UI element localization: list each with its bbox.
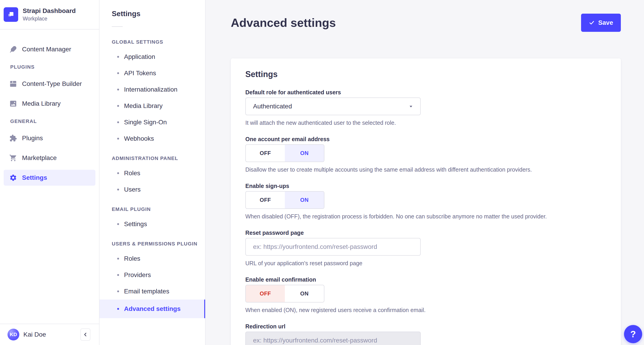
collapse-sidebar-button[interactable] — [80, 328, 90, 341]
question-mark-icon: ? — [630, 329, 636, 339]
field-label: One account per email address — [245, 136, 606, 143]
field-one-account: One account per email address OFF ON Dis… — [245, 136, 606, 173]
subnav-item-application[interactable]: Application — [100, 49, 205, 65]
field-label: Redirection url — [245, 323, 606, 330]
field-sign-ups: Enable sign-ups OFF ON When disabled (OF… — [245, 182, 606, 220]
main-sidebar: Strapi Dashboard Workplace Content Manag… — [0, 0, 100, 345]
reset-password-input[interactable] — [245, 238, 421, 256]
sign-ups-toggle[interactable]: OFF ON — [245, 191, 324, 209]
field-label: Default role for authenticated users — [245, 89, 606, 96]
subnav-item-email-settings[interactable]: Settings — [100, 216, 205, 232]
nav-item-media-library[interactable]: Media Library — [4, 96, 96, 112]
subnav-item-advanced-settings[interactable]: Advanced settings — [100, 299, 205, 318]
content-manager-icon — [9, 46, 17, 53]
content-type-builder-icon — [9, 80, 17, 88]
email-confirmation-toggle[interactable]: OFF ON — [245, 285, 324, 302]
nav-item-label: Content-Type Builder — [22, 80, 82, 88]
toggle-off-option[interactable]: OFF — [246, 192, 285, 208]
nav-item-label: Settings — [22, 174, 47, 181]
shopping-cart-icon — [9, 154, 17, 162]
subnav-item-api-tokens[interactable]: API Tokens — [100, 65, 205, 81]
subnav-item-roles[interactable]: Roles — [100, 165, 205, 181]
field-default-role: Default role for authenticated users Aut… — [245, 89, 606, 126]
toggle-on-option[interactable]: ON — [285, 285, 324, 302]
field-label: Enable email confirmation — [245, 276, 606, 283]
card-title: Settings — [245, 69, 606, 79]
nav-item-marketplace[interactable]: Marketplace — [4, 150, 96, 166]
field-hint: When enabled (ON), new registered users … — [245, 306, 606, 313]
nav-item-label: Plugins — [22, 135, 43, 142]
subnav-item-single-sign-on[interactable]: Single Sign-On — [100, 114, 205, 130]
select-value: Authenticated — [253, 103, 292, 110]
page-header: Advanced settings Save — [231, 0, 621, 32]
subnav-item-users[interactable]: Users — [100, 181, 205, 198]
toggle-off-option[interactable]: OFF — [246, 145, 285, 162]
help-button[interactable]: ? — [624, 325, 642, 343]
nav-item-label: Content Manager — [22, 46, 71, 53]
subnav-section-global-settings: GLOBAL SETTINGS — [100, 40, 205, 45]
subnav-item-media-library[interactable]: Media Library — [100, 98, 205, 114]
settings-subnav: Settings GLOBAL SETTINGS Application API… — [100, 0, 206, 345]
save-button[interactable]: Save — [581, 14, 621, 32]
strapi-dashboard: Strapi Dashboard Workplace Content Manag… — [0, 0, 644, 345]
strapi-logo-icon — [4, 7, 18, 22]
subnav-section-email-plugin: EMAIL PLUGIN — [100, 207, 205, 212]
field-redirection-url: Redirection url — [245, 323, 606, 345]
page-title: Advanced settings — [231, 14, 336, 32]
nav-item-plugins[interactable]: Plugins — [4, 130, 96, 146]
settings-card: Settings Default role for authenticated … — [231, 58, 621, 345]
avatar: KD — [8, 329, 19, 340]
nav-item-content-manager[interactable]: Content Manager — [4, 41, 96, 57]
subnav-section-administration-panel: ADMINISTRATION PANEL — [100, 156, 205, 161]
nav-item-content-type-builder[interactable]: Content-Type Builder — [4, 76, 96, 92]
subnav-item-internationalization[interactable]: Internationalization — [100, 81, 205, 98]
save-button-label: Save — [598, 19, 613, 26]
field-hint: Disallow the user to create multiple acc… — [245, 166, 606, 173]
toggle-on-option[interactable]: ON — [285, 192, 324, 208]
media-library-icon — [9, 100, 17, 108]
field-reset-password: Reset password page URL of your applicat… — [245, 229, 606, 267]
subnav-item-up-roles[interactable]: Roles — [100, 250, 205, 267]
nav-item-label: Media Library — [22, 100, 61, 107]
check-icon — [589, 20, 595, 26]
nav-item-settings[interactable]: Settings — [4, 170, 96, 186]
nav-section-plugins: PLUGINS — [0, 64, 99, 70]
field-hint: When disabled (OFF), the registration pr… — [245, 213, 606, 220]
toggle-off-option[interactable]: OFF — [246, 285, 285, 302]
subnav-item-providers[interactable]: Providers — [100, 267, 205, 283]
field-label: Reset password page — [245, 229, 606, 236]
workspace-switcher[interactable]: Strapi Dashboard Workplace — [0, 0, 99, 30]
sidebar-footer: KD Kai Doe — [0, 324, 99, 345]
field-hint: It will attach the new authenticated use… — [245, 119, 606, 126]
user-menu[interactable]: KD Kai Doe — [8, 329, 46, 340]
field-hint: URL of your application's reset password… — [245, 260, 606, 267]
user-name: Kai Doe — [24, 331, 46, 338]
chevron-down-icon — [408, 103, 414, 109]
workspace-name: Workplace — [23, 16, 76, 22]
subnav-item-email-templates[interactable]: Email templates — [100, 283, 205, 299]
field-label: Enable sign-ups — [245, 182, 606, 189]
puzzle-icon — [9, 134, 17, 142]
app-title: Strapi Dashboard — [23, 7, 76, 15]
nav-section-general: GENERAL — [0, 118, 99, 124]
redirection-url-input — [245, 331, 421, 345]
subnav-title: Settings — [100, 9, 205, 19]
subnav-section-users-permissions-plugin: USERS & PERMISSIONS PLUGIN — [100, 241, 205, 246]
main-content: Advanced settings Save Settings Default … — [206, 0, 644, 345]
toggle-on-option[interactable]: ON — [285, 145, 324, 162]
subnav-item-webhooks[interactable]: Webhooks — [100, 130, 205, 147]
one-account-toggle[interactable]: OFF ON — [245, 144, 324, 162]
chevron-left-icon — [82, 331, 88, 337]
field-email-confirmation: Enable email confirmation OFF ON When en… — [245, 276, 606, 313]
gear-icon — [9, 174, 17, 182]
subnav-divider — [112, 26, 123, 27]
default-role-select[interactable]: Authenticated — [245, 98, 421, 115]
nav-item-label: Marketplace — [22, 154, 57, 162]
